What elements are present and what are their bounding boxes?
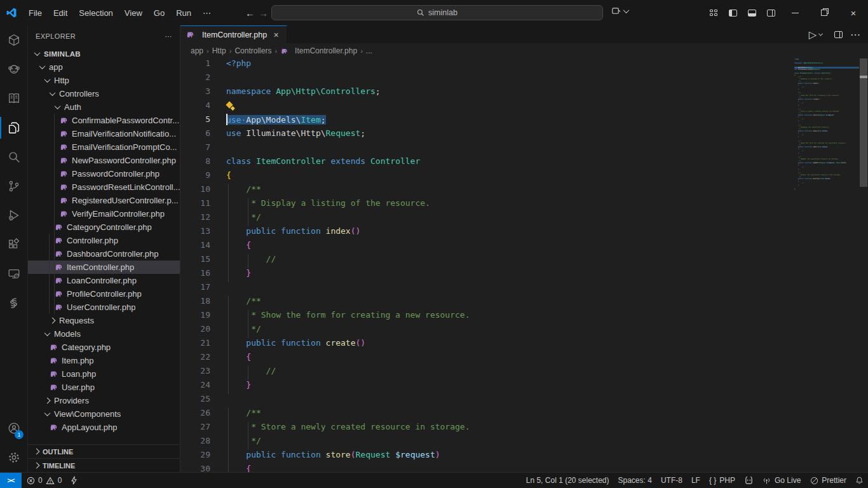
explorer-more-actions-icon[interactable]: ⋯ bbox=[165, 32, 172, 41]
code-line-4[interactable]: 4 bbox=[180, 100, 794, 114]
code-line-9[interactable]: 9{ bbox=[180, 170, 794, 184]
activity-remote-explorer-icon[interactable] bbox=[0, 259, 28, 288]
code-line-2[interactable]: 2 bbox=[180, 72, 794, 86]
tree-file-emailverificationpromptco-[interactable]: EmailVerificationPromptCo... bbox=[28, 140, 180, 154]
copilot-sparkle-icon[interactable] bbox=[226, 102, 235, 111]
activity-container-icon[interactable] bbox=[0, 25, 28, 55]
code-editor[interactable]: 1<?php23namespace App\Http\Controllers;4… bbox=[180, 58, 794, 472]
remote-indicator[interactable]: >< bbox=[0, 473, 22, 488]
tree-folder-app[interactable]: app bbox=[28, 60, 180, 74]
forward-icon[interactable]: → bbox=[259, 8, 268, 18]
run-php-icon[interactable]: ▷ bbox=[809, 29, 827, 41]
code-line-26[interactable]: 26 /** bbox=[180, 408, 794, 422]
split-editor-icon[interactable] bbox=[834, 31, 843, 38]
tree-file-categorycontroller-php[interactable]: CategoryController.php bbox=[28, 220, 180, 234]
menu-selection[interactable]: Selection bbox=[74, 6, 118, 20]
activity-run-debug-icon[interactable] bbox=[0, 201, 28, 230]
code-line-6[interactable]: 6use Illuminate\Http\Request; bbox=[180, 128, 794, 142]
cursor-position[interactable]: Ln 5, Col 1 (20 selected) bbox=[522, 473, 614, 488]
code-line-8[interactable]: 8class ItemController extends Controller bbox=[180, 156, 794, 170]
tree-file-loancontroller-php[interactable]: LoanController.php bbox=[28, 274, 180, 287]
notifications-bell-icon[interactable] bbox=[851, 473, 868, 488]
tree-file-passwordcontroller-php[interactable]: PasswordController.php bbox=[28, 167, 180, 180]
tree-file-applayout-php[interactable]: AppLayout.php bbox=[28, 421, 180, 434]
encoding[interactable]: UTF-8 bbox=[656, 473, 687, 488]
code-line-28[interactable]: 28 */ bbox=[180, 436, 794, 450]
accounts-icon[interactable]: 1 bbox=[0, 414, 28, 443]
timeline-section[interactable]: TIMELINE bbox=[28, 458, 180, 472]
code-line-22[interactable]: 22 { bbox=[180, 352, 794, 366]
code-line-13[interactable]: 13 public function index() bbox=[180, 226, 794, 240]
vertical-scrollbar[interactable] bbox=[859, 58, 868, 472]
code-line-27[interactable]: 27 * Store a newly created resource in s… bbox=[180, 422, 794, 436]
code-line-19[interactable]: 19 * Show the form for creating a new re… bbox=[180, 310, 794, 324]
minimap[interactable]: <?phpnamespace App\Http\Controllers;use·… bbox=[794, 58, 859, 472]
problems-indicator[interactable]: 0 0 bbox=[22, 473, 66, 488]
thunder-client-icon[interactable] bbox=[66, 473, 82, 488]
code-line-14[interactable]: 14 { bbox=[180, 240, 794, 254]
tree-file-itemcontroller-php[interactable]: ItemController.php bbox=[28, 261, 180, 274]
code-line-29[interactable]: 29 public function store(Request $reques… bbox=[180, 450, 794, 464]
toggle-panel-icon[interactable] bbox=[742, 4, 761, 21]
tree-file-confirmablepasswordcontr-[interactable]: ConfirmablePasswordContr... bbox=[28, 114, 180, 127]
tree-folder-requests[interactable]: Requests bbox=[28, 314, 180, 327]
tree-folder-http[interactable]: Http bbox=[28, 74, 180, 87]
tree-file-dashboardcontroller-php[interactable]: DashboardController.php bbox=[28, 247, 180, 261]
tree-folder-view-components[interactable]: View\Components bbox=[28, 407, 180, 421]
tree-folder-providers[interactable]: Providers bbox=[28, 394, 180, 407]
code-line-17[interactable]: 17 bbox=[180, 282, 794, 296]
menu-more[interactable]: ⋯ bbox=[198, 6, 216, 20]
toggle-secondary-sidebar-icon[interactable] bbox=[761, 4, 780, 21]
activity-search-icon[interactable] bbox=[0, 142, 28, 172]
settings-gear-icon[interactable] bbox=[0, 443, 28, 472]
menu-edit[interactable]: Edit bbox=[48, 6, 72, 20]
outline-section[interactable]: OUTLINE bbox=[28, 444, 180, 458]
tree-folder-models[interactable]: Models bbox=[28, 327, 180, 341]
code-line-21[interactable]: 21 public function create() bbox=[180, 338, 794, 352]
breadcrumb-http[interactable]: Http bbox=[212, 46, 226, 55]
code-line-30[interactable]: 30 { bbox=[180, 464, 794, 472]
tab-close-icon[interactable]: × bbox=[271, 30, 281, 40]
tree-file-loan-php[interactable]: Loan.php bbox=[28, 367, 180, 381]
activity-monkey-extension-icon[interactable] bbox=[0, 55, 28, 84]
tab-itemcontroller[interactable]: ItemController.php × bbox=[180, 25, 287, 43]
tree-folder-controllers[interactable]: Controllers bbox=[28, 87, 180, 100]
breadcrumb-symbol[interactable]: ... bbox=[366, 46, 372, 55]
tree-file-verifyemailcontroller-php[interactable]: VerifyEmailController.php bbox=[28, 207, 180, 220]
code-line-3[interactable]: 3namespace App\Http\Controllers; bbox=[180, 86, 794, 100]
tree-file-controller-php[interactable]: Controller.php bbox=[28, 234, 180, 247]
activity-explorer-icon[interactable] bbox=[0, 113, 28, 142]
tree-file-passwordresetlinkcontroll-[interactable]: PasswordResetLinkControll... bbox=[28, 180, 180, 194]
code-line-25[interactable]: 25 bbox=[180, 394, 794, 408]
tree-file-profilecontroller-php[interactable]: ProfileController.php bbox=[28, 287, 180, 301]
menu-view[interactable]: View bbox=[119, 6, 147, 20]
layout-dropdown-icon[interactable] bbox=[611, 6, 633, 16]
go-live-button[interactable]: Go Live bbox=[758, 473, 805, 488]
editor-more-actions-icon[interactable]: ⋯ bbox=[850, 29, 860, 41]
breadcrumb-app[interactable]: app bbox=[191, 46, 203, 55]
toggle-primary-sidebar-icon[interactable] bbox=[723, 4, 742, 21]
tree-file-newpasswordcontroller-php[interactable]: NewPasswordController.php bbox=[28, 154, 180, 167]
code-line-1[interactable]: 1<?php bbox=[180, 58, 794, 72]
menu-run[interactable]: Run bbox=[171, 6, 196, 20]
code-line-20[interactable]: 20 */ bbox=[180, 324, 794, 338]
tree-file-usercontroller-php[interactable]: UserController.php bbox=[28, 301, 180, 314]
breadcrumb-controllers[interactable]: Controllers bbox=[234, 46, 271, 55]
tree-file-category-php[interactable]: Category.php bbox=[28, 341, 180, 354]
close-button[interactable]: × bbox=[839, 0, 868, 25]
breadcrumb-file[interactable]: ItemController.php bbox=[295, 46, 357, 55]
tree-file-registeredusercontroller-p-[interactable]: RegisteredUserController.p... bbox=[28, 194, 180, 207]
prettier-status[interactable]: Prettier bbox=[805, 473, 851, 488]
activity-stylized-s-icon[interactable] bbox=[0, 288, 28, 318]
code-line-24[interactable]: 24 } bbox=[180, 380, 794, 394]
code-line-23[interactable]: 23 // bbox=[180, 366, 794, 380]
minimize-button[interactable] bbox=[780, 0, 810, 25]
activity-book-docs-icon[interactable] bbox=[0, 84, 28, 113]
code-line-10[interactable]: 10 /** bbox=[180, 184, 794, 198]
code-line-18[interactable]: 18 /** bbox=[180, 296, 794, 310]
menu-go[interactable]: Go bbox=[149, 6, 170, 20]
code-line-16[interactable]: 16 } bbox=[180, 268, 794, 282]
activity-extensions-icon[interactable] bbox=[0, 230, 28, 259]
tree-file-emailverificationnotificatio-[interactable]: EmailVerificationNotificatio... bbox=[28, 127, 180, 140]
tree-folder-auth[interactable]: Auth bbox=[28, 100, 180, 114]
